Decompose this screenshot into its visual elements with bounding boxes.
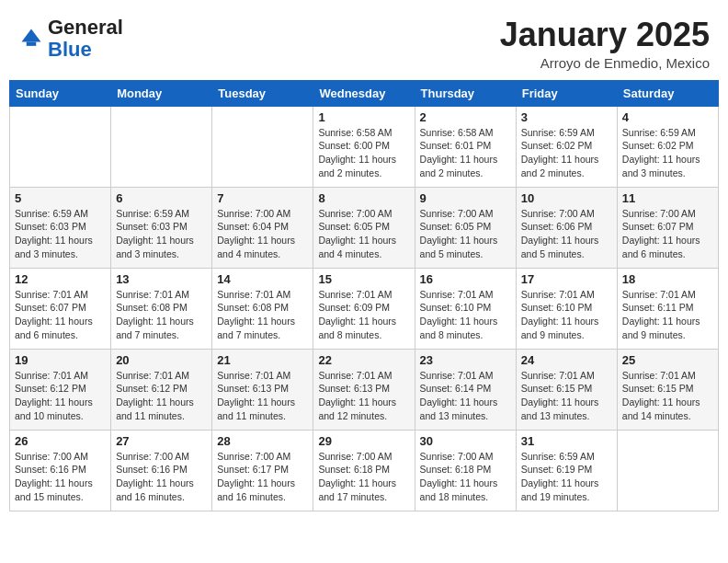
day-info: Sunrise: 7:01 AM Sunset: 6:09 PM Dayligh… — [318, 288, 409, 342]
calendar-cell: 25Sunrise: 7:01 AM Sunset: 6:15 PM Dayli… — [617, 349, 718, 430]
calendar-header-sunday: Sunday — [10, 80, 111, 106]
calendar-cell: 24Sunrise: 7:01 AM Sunset: 6:15 PM Dayli… — [516, 349, 617, 430]
day-info: Sunrise: 7:01 AM Sunset: 6:11 PM Dayligh… — [622, 288, 713, 342]
calendar-cell: 7Sunrise: 7:00 AM Sunset: 6:04 PM Daylig… — [212, 187, 313, 268]
day-number: 16 — [420, 272, 511, 286]
svg-marker-0 — [22, 29, 41, 42]
calendar-cell: 19Sunrise: 7:01 AM Sunset: 6:12 PM Dayli… — [10, 349, 111, 430]
calendar-header-friday: Friday — [516, 80, 617, 106]
calendar-header-saturday: Saturday — [617, 80, 718, 106]
calendar-week-4: 19Sunrise: 7:01 AM Sunset: 6:12 PM Dayli… — [10, 349, 719, 430]
day-number: 24 — [521, 353, 612, 367]
day-number: 1 — [318, 110, 409, 124]
calendar-cell: 5Sunrise: 6:59 AM Sunset: 6:03 PM Daylig… — [10, 187, 111, 268]
day-number: 6 — [116, 191, 207, 205]
day-number: 20 — [116, 353, 207, 367]
day-info: Sunrise: 7:01 AM Sunset: 6:12 PM Dayligh… — [116, 369, 207, 423]
calendar-cell: 30Sunrise: 7:00 AM Sunset: 6:18 PM Dayli… — [415, 430, 516, 511]
calendar-cell — [10, 106, 111, 187]
day-info: Sunrise: 7:01 AM Sunset: 6:13 PM Dayligh… — [318, 369, 409, 423]
day-info: Sunrise: 7:01 AM Sunset: 6:07 PM Dayligh… — [15, 288, 106, 342]
calendar-cell — [212, 106, 313, 187]
calendar-cell: 23Sunrise: 7:01 AM Sunset: 6:14 PM Dayli… — [415, 349, 516, 430]
day-info: Sunrise: 6:59 AM Sunset: 6:02 PM Dayligh… — [622, 126, 713, 180]
location: Arroyo de Enmedio, Mexico — [500, 55, 710, 71]
day-info: Sunrise: 7:01 AM Sunset: 6:08 PM Dayligh… — [217, 288, 308, 342]
day-number: 19 — [15, 353, 106, 367]
calendar-cell: 6Sunrise: 6:59 AM Sunset: 6:03 PM Daylig… — [111, 187, 212, 268]
day-info: Sunrise: 7:00 AM Sunset: 6:05 PM Dayligh… — [318, 207, 409, 261]
day-number: 12 — [15, 272, 106, 286]
calendar-cell — [111, 106, 212, 187]
day-number: 21 — [217, 353, 308, 367]
day-info: Sunrise: 7:01 AM Sunset: 6:14 PM Dayligh… — [420, 369, 511, 423]
day-number: 28 — [217, 434, 308, 448]
calendar-cell: 17Sunrise: 7:01 AM Sunset: 6:10 PM Dayli… — [516, 268, 617, 349]
day-number: 11 — [622, 191, 713, 205]
day-info: Sunrise: 7:01 AM Sunset: 6:10 PM Dayligh… — [521, 288, 612, 342]
calendar-cell: 8Sunrise: 7:00 AM Sunset: 6:05 PM Daylig… — [313, 187, 415, 268]
logo-text: General Blue — [48, 17, 123, 61]
logo: General Blue — [18, 17, 123, 61]
calendar-header-monday: Monday — [111, 80, 212, 106]
calendar-table: SundayMondayTuesdayWednesdayThursdayFrid… — [9, 80, 719, 511]
calendar-cell: 20Sunrise: 7:01 AM Sunset: 6:12 PM Dayli… — [111, 349, 212, 430]
day-info: Sunrise: 7:01 AM Sunset: 6:12 PM Dayligh… — [15, 369, 106, 423]
calendar-cell: 27Sunrise: 7:00 AM Sunset: 6:16 PM Dayli… — [111, 430, 212, 511]
day-number: 2 — [420, 110, 511, 124]
calendar-cell: 1Sunrise: 6:58 AM Sunset: 6:00 PM Daylig… — [313, 106, 415, 187]
month-title: January 2025 — [500, 17, 710, 53]
day-number: 18 — [622, 272, 713, 286]
calendar-cell: 18Sunrise: 7:01 AM Sunset: 6:11 PM Dayli… — [617, 268, 718, 349]
day-info: Sunrise: 7:01 AM Sunset: 6:15 PM Dayligh… — [521, 369, 612, 423]
day-info: Sunrise: 6:59 AM Sunset: 6:03 PM Dayligh… — [116, 207, 207, 261]
day-number: 27 — [116, 434, 207, 448]
logo-icon — [18, 26, 44, 52]
day-number: 30 — [420, 434, 511, 448]
calendar-cell: 10Sunrise: 7:00 AM Sunset: 6:06 PM Dayli… — [516, 187, 617, 268]
day-info: Sunrise: 7:00 AM Sunset: 6:17 PM Dayligh… — [217, 450, 308, 504]
day-number: 25 — [622, 353, 713, 367]
day-number: 15 — [318, 272, 409, 286]
svg-rect-1 — [27, 42, 37, 46]
day-info: Sunrise: 6:59 AM Sunset: 6:19 PM Dayligh… — [521, 450, 612, 504]
calendar-cell: 22Sunrise: 7:01 AM Sunset: 6:13 PM Dayli… — [313, 349, 415, 430]
calendar-week-2: 5Sunrise: 6:59 AM Sunset: 6:03 PM Daylig… — [10, 187, 719, 268]
day-info: Sunrise: 6:59 AM Sunset: 6:02 PM Dayligh… — [521, 126, 612, 180]
day-number: 13 — [116, 272, 207, 286]
calendar-cell: 29Sunrise: 7:00 AM Sunset: 6:18 PM Dayli… — [313, 430, 415, 511]
day-number: 26 — [15, 434, 106, 448]
day-info: Sunrise: 6:58 AM Sunset: 6:00 PM Dayligh… — [318, 126, 409, 180]
day-number: 29 — [318, 434, 409, 448]
calendar-week-1: 1Sunrise: 6:58 AM Sunset: 6:00 PM Daylig… — [10, 106, 719, 187]
day-info: Sunrise: 7:01 AM Sunset: 6:10 PM Dayligh… — [420, 288, 511, 342]
calendar-week-5: 26Sunrise: 7:00 AM Sunset: 6:16 PM Dayli… — [10, 430, 719, 511]
day-number: 17 — [521, 272, 612, 286]
day-info: Sunrise: 7:00 AM Sunset: 6:16 PM Dayligh… — [15, 450, 106, 504]
calendar-cell: 28Sunrise: 7:00 AM Sunset: 6:17 PM Dayli… — [212, 430, 313, 511]
day-info: Sunrise: 7:00 AM Sunset: 6:18 PM Dayligh… — [318, 450, 409, 504]
page-header: General Blue January 2025 Arroyo de Enme… — [9, 9, 719, 75]
calendar-header-tuesday: Tuesday — [212, 80, 313, 106]
calendar-cell — [617, 430, 718, 511]
calendar-cell: 2Sunrise: 6:58 AM Sunset: 6:01 PM Daylig… — [415, 106, 516, 187]
calendar-cell: 14Sunrise: 7:01 AM Sunset: 6:08 PM Dayli… — [212, 268, 313, 349]
day-number: 5 — [15, 191, 106, 205]
day-info: Sunrise: 7:00 AM Sunset: 6:07 PM Dayligh… — [622, 207, 713, 261]
day-info: Sunrise: 7:00 AM Sunset: 6:16 PM Dayligh… — [116, 450, 207, 504]
day-info: Sunrise: 7:00 AM Sunset: 6:06 PM Dayligh… — [521, 207, 612, 261]
day-number: 10 — [521, 191, 612, 205]
day-info: Sunrise: 7:00 AM Sunset: 6:04 PM Dayligh… — [217, 207, 308, 261]
calendar-cell: 31Sunrise: 6:59 AM Sunset: 6:19 PM Dayli… — [516, 430, 617, 511]
day-number: 14 — [217, 272, 308, 286]
day-info: Sunrise: 7:00 AM Sunset: 6:05 PM Dayligh… — [420, 207, 511, 261]
calendar-cell: 15Sunrise: 7:01 AM Sunset: 6:09 PM Dayli… — [313, 268, 415, 349]
day-number: 4 — [622, 110, 713, 124]
day-info: Sunrise: 7:00 AM Sunset: 6:18 PM Dayligh… — [420, 450, 511, 504]
day-info: Sunrise: 6:58 AM Sunset: 6:01 PM Dayligh… — [420, 126, 511, 180]
title-block: January 2025 Arroyo de Enmedio, Mexico — [500, 17, 710, 71]
day-number: 31 — [521, 434, 612, 448]
calendar-header-thursday: Thursday — [415, 80, 516, 106]
calendar-week-3: 12Sunrise: 7:01 AM Sunset: 6:07 PM Dayli… — [10, 268, 719, 349]
day-info: Sunrise: 7:01 AM Sunset: 6:13 PM Dayligh… — [217, 369, 308, 423]
